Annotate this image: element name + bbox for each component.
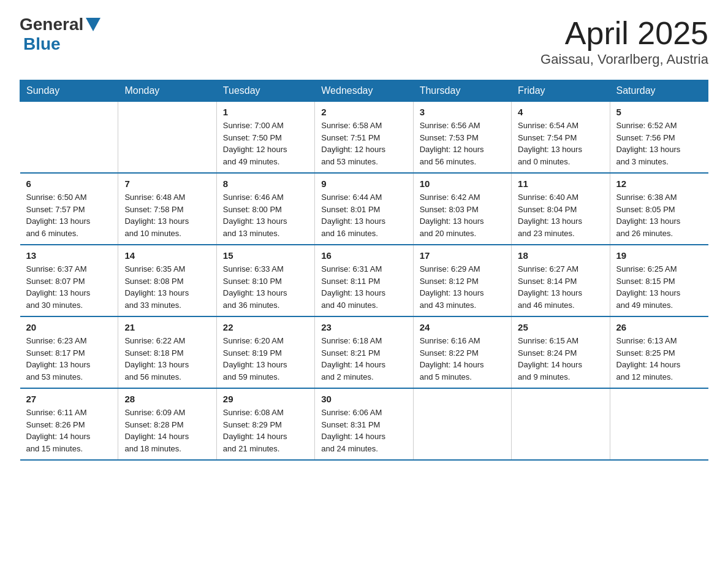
page-header: General Blue April 2025 Gaissau, Vorarlb… (20, 15, 708, 67)
day-info: Sunrise: 6:29 AM Sunset: 8:12 PM Dayligh… (420, 263, 505, 311)
day-info: Sunrise: 6:58 AM Sunset: 7:51 PM Dayligh… (321, 120, 406, 167)
day-number: 11 (518, 178, 603, 189)
day-number: 17 (420, 250, 505, 261)
calendar-cell: 27Sunrise: 6:11 AM Sunset: 8:26 PM Dayli… (20, 388, 118, 460)
calendar-table: SundayMondayTuesdayWednesdayThursdayFrid… (20, 80, 708, 461)
calendar-cell (118, 102, 216, 174)
weekday-header-tuesday: Tuesday (216, 80, 314, 102)
calendar-cell: 14Sunrise: 6:35 AM Sunset: 8:08 PM Dayli… (118, 245, 216, 316)
calendar-cell: 26Sunrise: 6:13 AM Sunset: 8:25 PM Dayli… (610, 316, 708, 388)
svg-marker-0 (86, 18, 100, 31)
day-number: 4 (518, 107, 603, 117)
weekday-header-thursday: Thursday (413, 80, 511, 102)
day-number: 15 (223, 250, 308, 261)
calendar-cell (413, 388, 511, 460)
day-info: Sunrise: 6:31 AM Sunset: 8:11 PM Dayligh… (321, 263, 406, 311)
day-number: 3 (420, 107, 505, 117)
day-number: 28 (124, 394, 210, 404)
day-info: Sunrise: 6:27 AM Sunset: 8:14 PM Dayligh… (518, 263, 603, 311)
logo-blue-text: Blue (23, 34, 61, 54)
calendar-cell: 1Sunrise: 7:00 AM Sunset: 7:50 PM Daylig… (216, 102, 314, 174)
day-number: 6 (26, 178, 112, 189)
weekday-header-monday: Monday (118, 80, 216, 102)
calendar-cell: 9Sunrise: 6:44 AM Sunset: 8:01 PM Daylig… (315, 173, 413, 245)
calendar-cell: 3Sunrise: 6:56 AM Sunset: 7:53 PM Daylig… (413, 102, 511, 174)
calendar-cell: 20Sunrise: 6:23 AM Sunset: 8:17 PM Dayli… (20, 316, 118, 388)
day-number: 8 (223, 178, 308, 189)
calendar-cell (20, 102, 118, 174)
logo-general-text: General (20, 15, 83, 34)
day-info: Sunrise: 6:52 AM Sunset: 7:56 PM Dayligh… (616, 120, 702, 167)
weekday-header-row: SundayMondayTuesdayWednesdayThursdayFrid… (20, 80, 708, 102)
calendar-cell: 10Sunrise: 6:42 AM Sunset: 8:03 PM Dayli… (413, 173, 511, 245)
day-info: Sunrise: 6:56 AM Sunset: 7:53 PM Dayligh… (420, 120, 505, 167)
day-info: Sunrise: 6:15 AM Sunset: 8:24 PM Dayligh… (518, 335, 603, 383)
logo-arrow-icon (86, 18, 100, 31)
page-title: April 2025 (540, 15, 708, 52)
day-info: Sunrise: 6:23 AM Sunset: 8:17 PM Dayligh… (26, 335, 112, 383)
day-info: Sunrise: 6:18 AM Sunset: 8:21 PM Dayligh… (321, 335, 406, 383)
calendar-cell: 16Sunrise: 6:31 AM Sunset: 8:11 PM Dayli… (315, 245, 413, 316)
calendar-cell: 30Sunrise: 6:06 AM Sunset: 8:31 PM Dayli… (315, 388, 413, 460)
calendar-cell: 4Sunrise: 6:54 AM Sunset: 7:54 PM Daylig… (512, 102, 610, 174)
calendar-cell: 19Sunrise: 6:25 AM Sunset: 8:15 PM Dayli… (610, 245, 708, 316)
calendar-week-row: 27Sunrise: 6:11 AM Sunset: 8:26 PM Dayli… (20, 388, 708, 460)
day-number: 26 (616, 322, 702, 332)
day-number: 21 (124, 322, 210, 332)
calendar-cell: 18Sunrise: 6:27 AM Sunset: 8:14 PM Dayli… (512, 245, 610, 316)
day-number: 9 (321, 178, 406, 189)
day-info: Sunrise: 6:48 AM Sunset: 7:58 PM Dayligh… (124, 191, 210, 239)
day-info: Sunrise: 6:35 AM Sunset: 8:08 PM Dayligh… (124, 263, 210, 311)
day-info: Sunrise: 6:09 AM Sunset: 8:28 PM Dayligh… (124, 407, 210, 454)
calendar-cell: 22Sunrise: 6:20 AM Sunset: 8:19 PM Dayli… (216, 316, 314, 388)
day-info: Sunrise: 6:20 AM Sunset: 8:19 PM Dayligh… (223, 335, 308, 383)
calendar-cell: 23Sunrise: 6:18 AM Sunset: 8:21 PM Dayli… (315, 316, 413, 388)
calendar-cell: 11Sunrise: 6:40 AM Sunset: 8:04 PM Dayli… (512, 173, 610, 245)
logo: General Blue (20, 15, 100, 54)
weekday-header-wednesday: Wednesday (315, 80, 413, 102)
day-number: 12 (616, 178, 702, 189)
weekday-header-sunday: Sunday (20, 80, 118, 102)
calendar-cell: 2Sunrise: 6:58 AM Sunset: 7:51 PM Daylig… (315, 102, 413, 174)
calendar-cell: 15Sunrise: 6:33 AM Sunset: 8:10 PM Dayli… (216, 245, 314, 316)
calendar-cell: 17Sunrise: 6:29 AM Sunset: 8:12 PM Dayli… (413, 245, 511, 316)
calendar-cell: 29Sunrise: 6:08 AM Sunset: 8:29 PM Dayli… (216, 388, 314, 460)
day-number: 10 (420, 178, 505, 189)
day-number: 1 (223, 107, 308, 117)
day-number: 24 (420, 322, 505, 332)
day-number: 14 (124, 250, 210, 261)
calendar-cell: 6Sunrise: 6:50 AM Sunset: 7:57 PM Daylig… (20, 173, 118, 245)
day-info: Sunrise: 6:33 AM Sunset: 8:10 PM Dayligh… (223, 263, 308, 311)
calendar-week-row: 20Sunrise: 6:23 AM Sunset: 8:17 PM Dayli… (20, 316, 708, 388)
weekday-header-saturday: Saturday (610, 80, 708, 102)
day-number: 22 (223, 322, 308, 332)
day-number: 20 (26, 322, 112, 332)
calendar-week-row: 1Sunrise: 7:00 AM Sunset: 7:50 PM Daylig… (20, 102, 708, 174)
calendar-week-row: 6Sunrise: 6:50 AM Sunset: 7:57 PM Daylig… (20, 173, 708, 245)
day-number: 7 (124, 178, 210, 189)
day-number: 16 (321, 250, 406, 261)
weekday-header-friday: Friday (512, 80, 610, 102)
day-info: Sunrise: 6:11 AM Sunset: 8:26 PM Dayligh… (26, 407, 112, 454)
calendar-cell: 25Sunrise: 6:15 AM Sunset: 8:24 PM Dayli… (512, 316, 610, 388)
title-block: April 2025 Gaissau, Vorarlberg, Austria (540, 15, 708, 67)
day-info: Sunrise: 6:37 AM Sunset: 8:07 PM Dayligh… (26, 263, 112, 311)
day-info: Sunrise: 6:54 AM Sunset: 7:54 PM Dayligh… (518, 120, 603, 167)
day-info: Sunrise: 6:08 AM Sunset: 8:29 PM Dayligh… (223, 407, 308, 454)
day-info: Sunrise: 6:44 AM Sunset: 8:01 PM Dayligh… (321, 191, 406, 239)
day-number: 13 (26, 250, 112, 261)
day-number: 5 (616, 107, 702, 117)
day-info: Sunrise: 6:06 AM Sunset: 8:31 PM Dayligh… (321, 407, 406, 454)
calendar-cell: 5Sunrise: 6:52 AM Sunset: 7:56 PM Daylig… (610, 102, 708, 174)
day-number: 29 (223, 394, 308, 404)
calendar-cell: 24Sunrise: 6:16 AM Sunset: 8:22 PM Dayli… (413, 316, 511, 388)
calendar-cell: 8Sunrise: 6:46 AM Sunset: 8:00 PM Daylig… (216, 173, 314, 245)
day-number: 27 (26, 394, 112, 404)
calendar-cell: 13Sunrise: 6:37 AM Sunset: 8:07 PM Dayli… (20, 245, 118, 316)
day-number: 23 (321, 322, 406, 332)
day-number: 30 (321, 394, 406, 404)
day-number: 25 (518, 322, 603, 332)
day-info: Sunrise: 6:42 AM Sunset: 8:03 PM Dayligh… (420, 191, 505, 239)
calendar-cell (512, 388, 610, 460)
day-info: Sunrise: 6:40 AM Sunset: 8:04 PM Dayligh… (518, 191, 603, 239)
